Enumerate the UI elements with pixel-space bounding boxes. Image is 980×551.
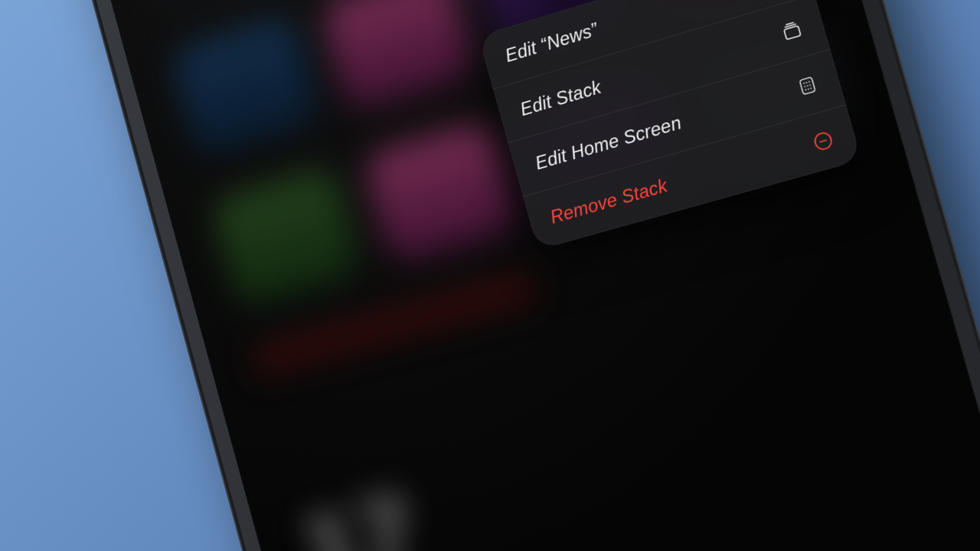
app-icon-blur: [127, 0, 279, 8]
svg-point-6: [805, 82, 807, 83]
svg-point-5: [803, 83, 805, 84]
menu-item-label: Edit Stack: [518, 77, 603, 121]
menu-item-label: Edit “News”: [503, 18, 600, 67]
calendar-date-blur: 17: [292, 429, 607, 551]
svg-line-15: [820, 140, 827, 142]
svg-rect-4: [799, 77, 815, 95]
menu-item-label: Edit Home Screen: [533, 112, 684, 174]
stack-icon: [778, 17, 805, 44]
home-screen-blur: 17: [64, 0, 980, 551]
phone-screen: 17 NB: [64, 0, 980, 551]
svg-point-9: [807, 85, 808, 86]
svg-point-11: [805, 89, 806, 90]
remove-icon: [809, 128, 837, 155]
widget-context-menu: Edit “News” Edit Stack: [479, 0, 862, 250]
menu-item-label: Remove Stack: [548, 174, 670, 228]
menu-edit-home-screen[interactable]: Edit Home Screen: [508, 50, 846, 197]
svg-point-8: [804, 86, 805, 87]
app-icon-blur: [681, 22, 851, 175]
app-icon-blur: [361, 119, 521, 266]
svg-point-13: [810, 87, 812, 89]
app-icon-blur: [518, 71, 683, 221]
svg-point-7: [808, 81, 810, 83]
menu-edit-stack[interactable]: Edit Stack: [493, 0, 830, 143]
svg-point-14: [813, 131, 833, 151]
svg-point-10: [809, 84, 811, 86]
apps-icon: [794, 72, 822, 99]
menu-edit-news[interactable]: Edit “News”: [479, 0, 815, 90]
app-icon-blur: [209, 165, 364, 308]
phone-mockup: 17 NB: [42, 0, 980, 551]
menu-remove-stack[interactable]: Remove Stack: [523, 105, 861, 249]
app-icon-blur: [319, 0, 478, 112]
svg-rect-3: [784, 26, 801, 40]
app-icon-blur: [637, 0, 805, 18]
app-icon-blur: [168, 13, 321, 158]
phone-frame: 17 NB: [42, 0, 980, 551]
svg-point-12: [808, 88, 809, 90]
